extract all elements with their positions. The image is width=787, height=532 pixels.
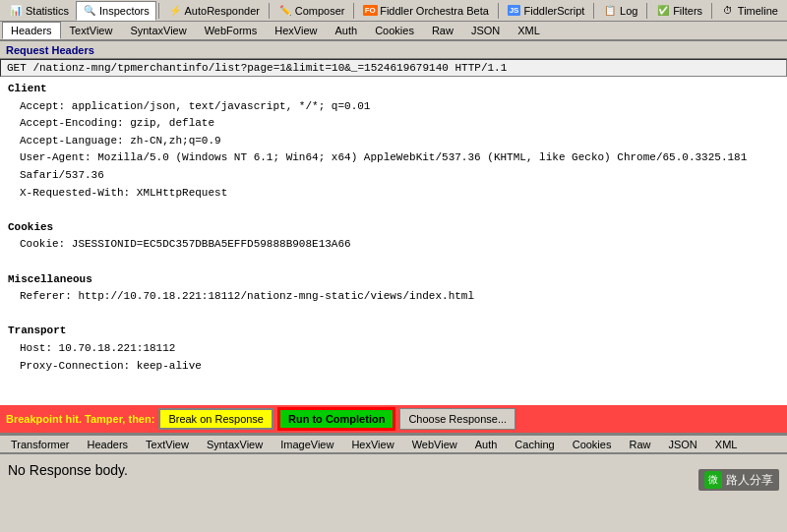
filters-icon: ✅ bbox=[656, 4, 670, 18]
header-line-accept-encoding: Accept-Encoding: gzip, deflate bbox=[8, 115, 779, 133]
autoresponder-icon: ⚡ bbox=[168, 4, 182, 18]
tab-fo[interactable]: FO Fiddler Orchestra Beta bbox=[356, 1, 496, 21]
tab-log[interactable]: 📋 Log bbox=[596, 1, 644, 21]
composer-icon: ✏️ bbox=[278, 4, 292, 18]
log-icon: 📋 bbox=[603, 4, 617, 18]
subtab-xml[interactable]: XML bbox=[509, 22, 549, 39]
header-line-accept: Accept: application/json, text/javascrip… bbox=[8, 98, 779, 116]
transport-section-title: Transport bbox=[8, 323, 779, 340]
break-on-response-button[interactable]: Break on Response bbox=[158, 408, 273, 430]
header-line-proxy-connection: Proxy-Connection: keep-alive bbox=[8, 358, 779, 376]
timeline-icon: ⏱ bbox=[721, 4, 735, 18]
headers-content[interactable]: Client Accept: application/json, text/ja… bbox=[0, 77, 787, 405]
bottom-subtab-hexview[interactable]: HexView bbox=[342, 436, 402, 453]
bottom-subtab-headers[interactable]: Headers bbox=[79, 436, 138, 453]
header-line-accept-language: Accept-Language: zh-CN,zh;q=0.9 bbox=[8, 133, 779, 150]
statistics-icon: 📊 bbox=[9, 4, 23, 18]
tab-filters[interactable]: ✅ Filters bbox=[649, 1, 709, 21]
bottom-subtab-caching[interactable]: Caching bbox=[506, 436, 563, 453]
subtab-cookies[interactable]: Cookies bbox=[366, 22, 423, 39]
no-response-text: No Response body. bbox=[8, 462, 128, 478]
header-line-xrequested: X-Requested-With: XMLHttpRequest bbox=[8, 185, 779, 203]
top-panel: Headers TextView SyntaxView WebForms Hex… bbox=[0, 22, 787, 435]
tab-inspectors[interactable]: 🔍 Inspectors bbox=[76, 1, 156, 21]
inspectors-icon: 🔍 bbox=[83, 4, 96, 18]
bottom-sub-tab-bar: Transformer Headers TextView SyntaxView … bbox=[0, 435, 787, 454]
tab-timeline[interactable]: ⏱ Timeline bbox=[714, 1, 785, 21]
choose-response-button[interactable]: Choose Response... bbox=[399, 408, 515, 430]
wechat-watermark: 微 路人分享 bbox=[698, 469, 779, 491]
request-headers-title: Request Headers bbox=[6, 44, 94, 56]
subtab-headers[interactable]: Headers bbox=[2, 22, 61, 39]
watermark-text: 路人分享 bbox=[726, 472, 773, 489]
breakpoint-bar: Breakpoint hit. Tamper, then: Break on R… bbox=[0, 405, 787, 433]
menu-separator-5 bbox=[593, 3, 594, 19]
tab-fiddlerscript[interactable]: JS FiddlerScript bbox=[501, 1, 592, 21]
bottom-subtab-webview[interactable]: WebView bbox=[403, 436, 466, 453]
header-line-referer: Referer: http://10.70.18.221:18112/natio… bbox=[8, 288, 779, 306]
header-line-host: Host: 10.70.18.221:18112 bbox=[8, 340, 779, 358]
run-to-completion-button[interactable]: Run to Completion bbox=[277, 407, 395, 431]
bottom-subtab-xml[interactable]: XML bbox=[706, 436, 747, 453]
top-menu-bar: 📊 Statistics 🔍 Inspectors ⚡ AutoResponde… bbox=[0, 0, 787, 22]
menu-separator-4 bbox=[498, 3, 499, 19]
header-line-user-agent: User-Agent: Mozilla/5.0 (Windows NT 6.1;… bbox=[8, 149, 779, 184]
header-line-cookie: Cookie: JSESSIONID=EC5DC357DBBA5EFFD5988… bbox=[8, 236, 779, 254]
menu-separator-3 bbox=[353, 3, 354, 19]
subtab-auth[interactable]: Auth bbox=[327, 22, 367, 39]
bottom-subtab-raw[interactable]: Raw bbox=[620, 436, 659, 453]
tab-composer[interactable]: ✏️ Composer bbox=[272, 1, 352, 21]
subtab-syntaxview[interactable]: SyntaxView bbox=[121, 22, 195, 39]
bottom-panel: Transformer Headers TextView SyntaxView … bbox=[0, 435, 787, 512]
cookies-section-title: Cookies bbox=[8, 219, 779, 237]
request-headers-title-section: Request Headers bbox=[0, 41, 787, 59]
fiddlerscript-icon: JS bbox=[508, 4, 521, 18]
misc-section-title: Miscellaneous bbox=[8, 271, 779, 289]
menu-separator-2 bbox=[269, 3, 270, 19]
request-url-bar: GET /nationz-mng/tpmerchantinfo/list?pag… bbox=[0, 59, 787, 77]
sub-tab-bar: Headers TextView SyntaxView WebForms Hex… bbox=[0, 22, 787, 41]
subtab-raw[interactable]: Raw bbox=[423, 22, 462, 39]
menu-separator-7 bbox=[711, 3, 712, 19]
bottom-subtab-imageview[interactable]: ImageView bbox=[272, 436, 342, 453]
bottom-subtab-transformer[interactable]: Transformer bbox=[2, 436, 79, 453]
subtab-hexview[interactable]: HexView bbox=[266, 22, 326, 39]
bottom-subtab-textview[interactable]: TextView bbox=[137, 436, 198, 453]
subtab-textview[interactable]: TextView bbox=[61, 22, 122, 39]
client-section-title: Client bbox=[8, 81, 779, 98]
breakpoint-label: Breakpoint hit. Tamper, then: bbox=[6, 413, 154, 425]
no-response-panel: No Response body. 微 路人分享 bbox=[0, 454, 787, 512]
tab-statistics[interactable]: 📊 Statistics bbox=[2, 1, 76, 21]
wechat-icon: 微 bbox=[704, 471, 722, 489]
main-area: Headers TextView SyntaxView WebForms Hex… bbox=[0, 22, 787, 512]
bottom-subtab-cookies[interactable]: Cookies bbox=[564, 436, 621, 453]
bottom-subtab-syntaxview[interactable]: SyntaxView bbox=[198, 436, 272, 453]
tab-autoresponder[interactable]: ⚡ AutoResponder bbox=[161, 1, 267, 21]
subtab-json[interactable]: JSON bbox=[462, 22, 509, 39]
bottom-subtab-auth[interactable]: Auth bbox=[466, 436, 507, 453]
menu-separator-6 bbox=[646, 3, 647, 19]
bottom-subtab-json[interactable]: JSON bbox=[659, 436, 705, 453]
fo-icon: FO bbox=[363, 4, 377, 18]
subtab-webforms[interactable]: WebForms bbox=[196, 22, 267, 39]
menu-separator-1 bbox=[158, 3, 159, 19]
